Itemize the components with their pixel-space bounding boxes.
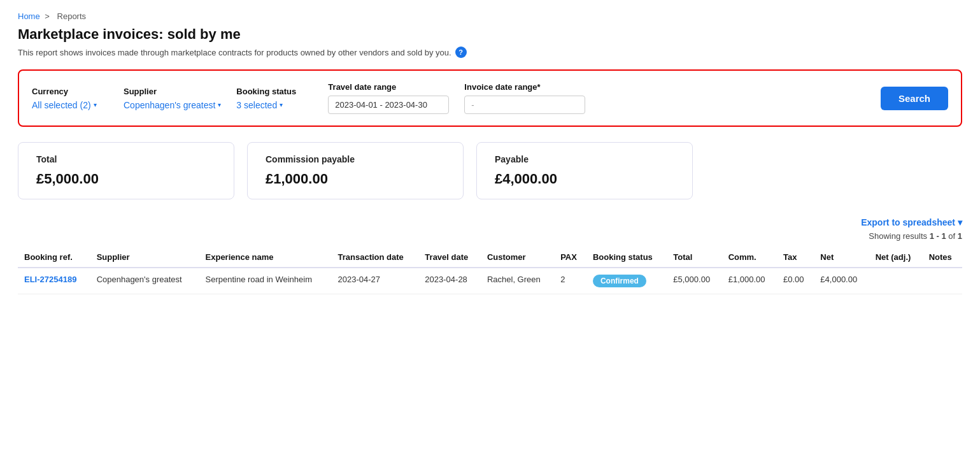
- filter-invoice-date: Invoice date range*: [464, 82, 585, 114]
- description-text: This report shows invoices made through …: [18, 48, 451, 57]
- cell-net-adj: [869, 268, 923, 294]
- col-transaction-date: Transaction date: [332, 247, 419, 268]
- cell-booking-status: Confirmed: [586, 268, 667, 294]
- filter-booking-status: Booking status 3 selected ▾: [236, 87, 313, 110]
- invoice-date-label: Invoice date range*: [464, 82, 585, 92]
- summary-card-payable: Payable £4,000.00: [476, 142, 693, 199]
- booking-status-dropdown[interactable]: 3 selected ▾: [236, 100, 313, 110]
- breadcrumb: Home > Reports: [18, 11, 962, 21]
- cell-booking-ref: ELI-27254189: [18, 268, 90, 294]
- col-tax: Tax: [777, 247, 814, 268]
- col-notes: Notes: [923, 247, 962, 268]
- export-caret: ▾: [958, 217, 962, 227]
- currency-dropdown[interactable]: All selected (2) ▾: [32, 100, 108, 110]
- results-showing: Showing results: [869, 231, 927, 241]
- cell-customer: Rachel, Green: [481, 268, 554, 294]
- page-wrapper: Home > Reports Marketplace invoices: sol…: [0, 0, 980, 306]
- status-badge: Confirmed: [593, 275, 646, 287]
- cell-total: £5,000.00: [667, 268, 721, 294]
- table-row: ELI-27254189 Copenhagen's greatest Serpe…: [18, 268, 962, 294]
- export-link[interactable]: Export to spreadsheet ▾: [861, 217, 962, 227]
- cell-tax: £0.00: [777, 268, 814, 294]
- cell-transaction-date: 2023-04-27: [332, 268, 419, 294]
- export-label: Export to spreadsheet: [861, 217, 955, 227]
- summary-payable-value: £4,000.00: [495, 171, 674, 187]
- export-row: Export to spreadsheet ▾: [18, 217, 962, 227]
- summary-card-commission: Commission payable £1,000.00: [247, 142, 464, 199]
- currency-caret: ▾: [94, 101, 97, 108]
- col-net-adj: Net (adj.): [869, 247, 923, 268]
- summary-commission-label: Commission payable: [266, 154, 445, 164]
- supplier-dropdown[interactable]: Copenhagen's greatest ▾: [124, 100, 221, 110]
- table-header-row: Booking ref. Supplier Experience name Tr…: [18, 247, 962, 268]
- page-description: This report shows invoices made through …: [18, 47, 962, 58]
- page-title: Marketplace invoices: sold by me: [18, 26, 962, 43]
- filter-box: Currency All selected (2) ▾ Supplier Cop…: [18, 69, 962, 127]
- breadcrumb-separator: >: [45, 11, 50, 21]
- booking-ref-link[interactable]: ELI-27254189: [24, 275, 76, 284]
- results-info: Showing results 1 - 1 of 1: [18, 231, 962, 241]
- summary-cards: Total £5,000.00 Commission payable £1,00…: [18, 142, 962, 199]
- col-experience: Experience name: [199, 247, 332, 268]
- help-icon[interactable]: ?: [455, 47, 467, 58]
- cell-travel-date: 2023-04-28: [418, 268, 481, 294]
- summary-payable-label: Payable: [495, 154, 674, 164]
- results-range: 1 - 1: [930, 231, 946, 241]
- col-booking-status: Booking status: [586, 247, 667, 268]
- currency-label: Currency: [32, 87, 108, 96]
- booking-status-caret: ▾: [280, 101, 283, 108]
- summary-total-label: Total: [36, 154, 216, 164]
- supplier-value: Copenhagen's greatest: [124, 100, 215, 110]
- breadcrumb-home[interactable]: Home: [18, 11, 40, 21]
- invoice-date-input[interactable]: [464, 96, 585, 114]
- cell-supplier: Copenhagen's greatest: [90, 268, 199, 294]
- cell-net: £4,000.00: [814, 268, 869, 294]
- travel-date-input[interactable]: [328, 96, 449, 114]
- results-total: 1: [958, 231, 962, 241]
- supplier-caret: ▾: [218, 101, 221, 108]
- col-supplier: Supplier: [90, 247, 199, 268]
- cell-experience: Serpentine road in Weinheim: [199, 268, 332, 294]
- supplier-label: Supplier: [124, 87, 221, 96]
- search-button[interactable]: Search: [881, 87, 948, 110]
- filter-supplier: Supplier Copenhagen's greatest ▾: [124, 87, 221, 110]
- results-of: of: [948, 231, 955, 241]
- filter-travel-date: Travel date range: [328, 82, 449, 114]
- summary-total-value: £5,000.00: [36, 171, 216, 187]
- summary-card-total: Total £5,000.00: [18, 142, 234, 199]
- cell-comm: £1,000.00: [722, 268, 777, 294]
- summary-commission-value: £1,000.00: [266, 171, 445, 187]
- col-net: Net: [814, 247, 869, 268]
- cell-pax: 2: [554, 268, 586, 294]
- data-table: Booking ref. Supplier Experience name Tr…: [18, 247, 962, 294]
- col-travel-date: Travel date: [418, 247, 481, 268]
- col-pax: PAX: [554, 247, 586, 268]
- booking-status-label: Booking status: [236, 87, 313, 96]
- col-comm: Comm.: [722, 247, 777, 268]
- filter-currency: Currency All selected (2) ▾: [32, 87, 108, 110]
- cell-notes: [923, 268, 962, 294]
- booking-status-value: 3 selected: [236, 100, 277, 110]
- travel-date-label: Travel date range: [328, 82, 449, 92]
- col-total: Total: [667, 247, 721, 268]
- breadcrumb-reports: Reports: [57, 11, 87, 21]
- col-booking-ref: Booking ref.: [18, 247, 90, 268]
- col-customer: Customer: [481, 247, 554, 268]
- currency-value: All selected (2): [32, 100, 91, 110]
